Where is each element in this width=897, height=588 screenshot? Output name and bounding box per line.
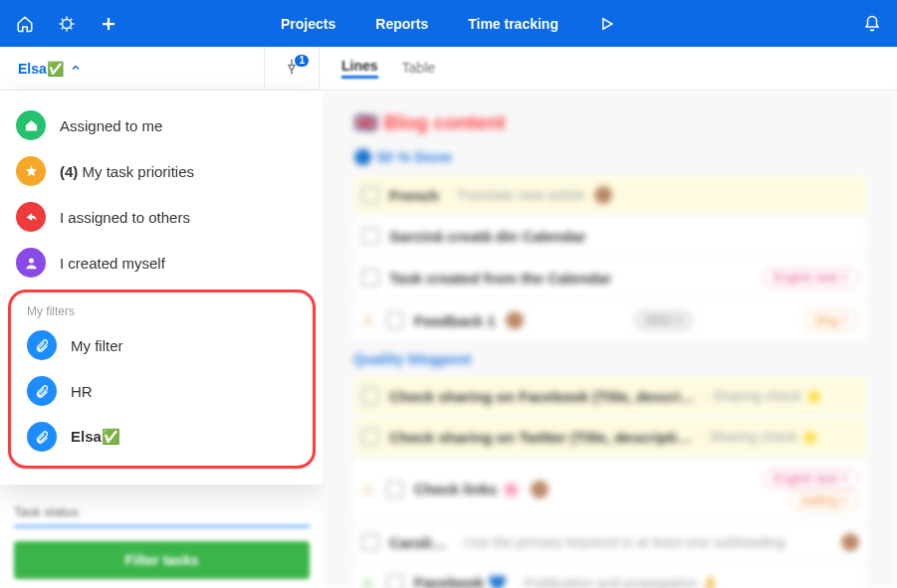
filter-dropdown: Assigned to me (4) My task priorities I … xyxy=(0,91,324,485)
nav-time-tracking[interactable]: Time tracking xyxy=(468,16,559,32)
main-content: 🇬🇧 Blog content 🔵 50 % Done French · Tra… xyxy=(324,91,897,588)
sidebar-item-my-filter[interactable]: My filter xyxy=(11,322,313,368)
task-status-label: Task status xyxy=(14,504,310,519)
task-meta: · Use the primary keyword in at least on… xyxy=(457,534,785,550)
nav-reports[interactable]: Reports xyxy=(375,16,428,32)
checkbox[interactable] xyxy=(386,574,404,588)
avatar xyxy=(506,311,524,329)
divider xyxy=(14,525,310,527)
play-icon[interactable] xyxy=(598,15,616,33)
task-title: Check links 🌸 xyxy=(414,481,521,498)
tab-lines[interactable]: Lines xyxy=(341,58,378,79)
task-row[interactable]: ⚠ Facebook 💙 · Publication and propagati… xyxy=(353,564,867,588)
nav-projects[interactable]: Projects xyxy=(281,16,336,32)
task-meta: · Publication and propagation 👌 xyxy=(517,575,718,588)
checkbox[interactable] xyxy=(361,428,379,446)
task-row[interactable]: French · Translate new article xyxy=(353,176,867,214)
sidebar-item-assigned-to-others[interactable]: I assigned to others xyxy=(0,194,324,240)
section-header: Quality blogpost xyxy=(353,350,867,367)
task-title: Facebook 💙 xyxy=(414,574,507,588)
attachment-circle-icon xyxy=(27,422,57,452)
filter-picker[interactable]: Elsa✅ xyxy=(0,47,265,90)
task-meta: · Sharing check ⭐ xyxy=(702,429,818,445)
task-row[interactable]: Sarcină creată din Calendar xyxy=(353,217,867,255)
attachment-circle-icon xyxy=(27,330,57,360)
checkbox[interactable] xyxy=(361,227,379,245)
my-filters-header: My filters xyxy=(11,296,313,322)
subheader: Elsa✅ 1 Lines Table xyxy=(0,47,897,91)
task-title: Check sharing on Facebook (Title, descri… xyxy=(389,388,695,405)
checkbox[interactable] xyxy=(361,269,379,287)
sidebar-item-assigned-to-me[interactable]: Assigned to me xyxy=(0,102,324,148)
sidebar-item-created-myself[interactable]: I created myself xyxy=(0,240,324,286)
tag[interactable]: English task × xyxy=(763,268,859,288)
home-circle-icon xyxy=(16,110,46,140)
checkbox[interactable] xyxy=(361,387,379,405)
task-title: Feedback 1 xyxy=(414,312,496,329)
plus-icon[interactable] xyxy=(100,15,117,33)
checkbox[interactable] xyxy=(361,533,379,551)
pin-button[interactable]: 1 xyxy=(265,47,320,90)
task-title: Check sharing on Twitter (Title, descrip… xyxy=(389,429,692,446)
sidebar-item-label: Elsa✅ xyxy=(71,428,120,446)
filter-picker-label: Elsa✅ xyxy=(18,61,64,77)
share-circle-icon xyxy=(16,202,46,232)
task-row[interactable]: Check sharing on Facebook (Title, descri… xyxy=(353,377,867,415)
my-filters-highlight: My filters My filter HR xyxy=(8,290,316,469)
section-header: 🔵 50 % Done xyxy=(353,148,867,166)
task-meta: · Sharing check ⭐ xyxy=(705,388,821,404)
sidebar-item-elsa[interactable]: Elsa✅ xyxy=(11,414,313,460)
avatar xyxy=(594,186,612,204)
bell-icon[interactable] xyxy=(863,15,881,33)
home-icon[interactable] xyxy=(16,15,34,33)
sidebar-filter-panel: Task status Filter tasks Save as new fil… xyxy=(0,485,324,588)
warn-icon: ⚠ xyxy=(361,482,374,497)
warn-icon: ⚠ xyxy=(361,312,374,328)
chevron-up-icon xyxy=(70,61,82,77)
sidebar-item-label: I assigned to others xyxy=(60,209,190,226)
sidebar-item-label: My filter xyxy=(71,337,123,354)
task-title: French xyxy=(389,187,439,204)
sidebar-item-hr[interactable]: HR xyxy=(11,368,313,414)
task-row[interactable]: Caroli… · Use the primary keyword in at … xyxy=(353,523,867,561)
sidebar-item-label: I created myself xyxy=(60,255,165,272)
pin-badge: 1 xyxy=(295,55,309,67)
person-circle-icon xyxy=(16,248,46,278)
attachment-circle-icon xyxy=(27,376,57,406)
checkbox[interactable] xyxy=(386,481,404,498)
task-title: Caroli… xyxy=(389,534,447,551)
view-tabs: Lines Table xyxy=(320,58,435,79)
avatar xyxy=(531,481,549,498)
topbar-right xyxy=(863,15,881,33)
sidebar-item-label: (4) My task priorities xyxy=(60,163,194,180)
topbar: Projects Reports Time tracking xyxy=(0,0,897,47)
sidebar-item-label: Assigned to me xyxy=(60,117,162,134)
task-row[interactable]: Check sharing on Twitter (Title, descrip… xyxy=(353,418,867,456)
task-row[interactable]: ⚠ Check links 🌸 English task × waiting × xyxy=(353,459,867,520)
svg-point-1 xyxy=(29,258,34,263)
task-row[interactable]: ⚠ Feedback 1 2022 × blog × xyxy=(353,300,867,340)
checkbox[interactable] xyxy=(386,311,404,329)
task-title: Sarcină creată din Calendar xyxy=(389,228,586,245)
warn-icon: ⚠ xyxy=(361,575,374,588)
sidebar-item-priorities[interactable]: (4) My task priorities xyxy=(0,148,324,194)
gear-wheel-icon[interactable] xyxy=(58,15,76,33)
filter-tasks-button[interactable]: Filter tasks xyxy=(14,541,310,579)
tag[interactable]: 2022 × xyxy=(634,310,693,330)
main-columns: Assigned to me (4) My task priorities I … xyxy=(0,91,897,588)
task-title: Task created from the Calendar xyxy=(389,270,611,287)
tag[interactable]: English task × xyxy=(763,469,859,489)
tag[interactable]: blog × xyxy=(804,310,859,330)
task-row[interactable]: Task created from the Calendar English t… xyxy=(353,258,867,297)
topbar-left xyxy=(16,15,117,33)
task-meta: · Translate new article xyxy=(449,187,584,203)
avatar xyxy=(841,533,859,551)
sidebar: Assigned to me (4) My task priorities I … xyxy=(0,91,324,588)
topbar-nav: Projects Reports Time tracking xyxy=(281,15,616,33)
checkbox[interactable] xyxy=(361,186,379,204)
tab-table[interactable]: Table xyxy=(402,60,435,78)
tag[interactable]: waiting × xyxy=(789,490,859,510)
sidebar-item-label: HR xyxy=(71,383,93,400)
svg-point-0 xyxy=(63,19,72,28)
star-circle-icon xyxy=(16,156,46,186)
